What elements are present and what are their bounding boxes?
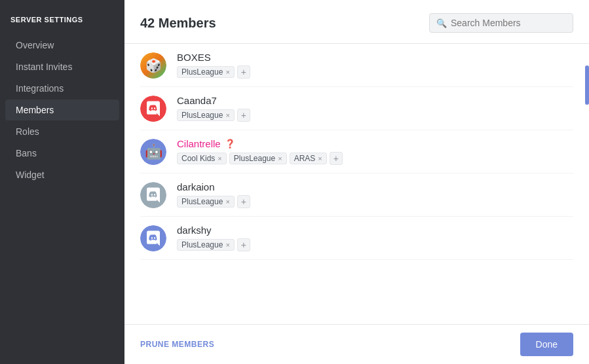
- member-info: darkaion PlusLeague× +: [177, 181, 573, 208]
- sidebar-item-widget[interactable]: Widget: [5, 164, 119, 185]
- role-tag: Cool Kids×: [177, 153, 227, 164]
- add-role-button[interactable]: +: [237, 195, 250, 208]
- sidebar-item-integrations[interactable]: Integrations: [5, 78, 119, 99]
- member-roles: PlusLeague× +: [177, 238, 573, 251]
- member-row: darkaion PlusLeague× +: [140, 173, 573, 217]
- role-remove-button[interactable]: ×: [225, 242, 229, 249]
- add-role-button[interactable]: +: [237, 109, 250, 122]
- role-remove-button[interactable]: ×: [225, 112, 229, 119]
- main-header: 42 Members 🔍: [124, 0, 589, 44]
- member-info: BOXES PlusLeague× +: [177, 52, 573, 79]
- sidebar-item-roles[interactable]: Roles: [5, 121, 119, 142]
- role-tag: PlusLeague×: [177, 239, 235, 251]
- avatar: 🤖: [140, 139, 166, 165]
- member-row: 🎲 BOXES PlusLeague× +: [140, 44, 573, 87]
- search-input[interactable]: [451, 18, 566, 28]
- role-remove-button[interactable]: ×: [225, 198, 229, 206]
- member-name-text: darkshy: [177, 225, 212, 236]
- member-info: Cilantrelle ❓ Cool Kids×PlusLeague×ARAS×…: [177, 138, 573, 165]
- sidebar-item-instant-invites[interactable]: Instant Invites: [5, 56, 119, 77]
- done-button[interactable]: Done: [520, 333, 573, 356]
- member-name: BOXES: [177, 52, 573, 63]
- avatar: 🎲: [140, 52, 166, 79]
- member-name-text: Caanda7: [177, 95, 217, 106]
- sidebar-title: SERVER SETTINGS: [0, 10, 124, 34]
- role-tag: PlusLeague×: [177, 196, 235, 208]
- member-info: darkshy PlusLeague× +: [177, 225, 573, 251]
- member-info: Caanda7 PlusLeague× +: [177, 95, 573, 122]
- members-list: 🎲 BOXES PlusLeague× + Caanda7 PlusLeague…: [124, 44, 589, 324]
- role-tag: PlusLeague×: [177, 109, 235, 121]
- members-count: 42 Members: [140, 16, 216, 31]
- role-remove-button[interactable]: ×: [218, 155, 221, 162]
- sidebar-item-bans[interactable]: Bans: [5, 143, 119, 164]
- member-roles: PlusLeague× +: [177, 195, 573, 208]
- member-name-text: BOXES: [177, 52, 211, 63]
- role-remove-button[interactable]: ×: [318, 155, 322, 162]
- avatar: [140, 182, 166, 208]
- member-roles: PlusLeague× +: [177, 109, 573, 122]
- sidebar-item-members[interactable]: Members: [5, 100, 119, 120]
- member-name-text: darkaion: [177, 181, 215, 192]
- member-name: darkaion: [177, 181, 573, 192]
- member-name-text: Cilantrelle: [177, 138, 221, 149]
- member-row: Caanda7 PlusLeague× +: [140, 87, 573, 130]
- add-role-button[interactable]: +: [237, 238, 250, 251]
- sidebar-item-overview[interactable]: Overview: [5, 35, 119, 56]
- avatar: [140, 225, 166, 251]
- search-box[interactable]: 🔍: [429, 13, 573, 33]
- add-role-button[interactable]: +: [330, 152, 343, 165]
- member-row: darkshy PlusLeague× +: [140, 217, 573, 260]
- role-tag: ARAS×: [290, 153, 327, 164]
- help-icon[interactable]: ❓: [225, 139, 235, 149]
- sidebar: SERVER SETTINGS Overview Instant Invites…: [0, 0, 124, 364]
- member-roles: Cool Kids×PlusLeague×ARAS× +: [177, 152, 573, 165]
- avatar: [140, 96, 166, 122]
- member-row: 🤖 Cilantrelle ❓ Cool Kids×PlusLeague×ARA…: [140, 130, 573, 173]
- scrollbar-thumb: [585, 65, 589, 105]
- prune-members-button[interactable]: PRUNE MEMBERS: [140, 340, 214, 349]
- main-footer: PRUNE MEMBERS Done: [124, 324, 589, 364]
- add-role-button[interactable]: +: [237, 65, 250, 79]
- member-roles: PlusLeague× +: [177, 65, 573, 79]
- role-remove-button[interactable]: ×: [278, 155, 282, 162]
- role-remove-button[interactable]: ×: [225, 69, 229, 76]
- role-tag: PlusLeague×: [177, 66, 235, 78]
- member-name: darkshy: [177, 225, 573, 236]
- role-tag: PlusLeague×: [229, 153, 287, 164]
- main-content: 42 Members 🔍 🎲 BOXES PlusLeague× + Caand…: [124, 0, 589, 364]
- member-name: Cilantrelle ❓: [177, 138, 573, 149]
- search-icon: 🔍: [436, 18, 447, 28]
- member-name: Caanda7: [177, 95, 573, 106]
